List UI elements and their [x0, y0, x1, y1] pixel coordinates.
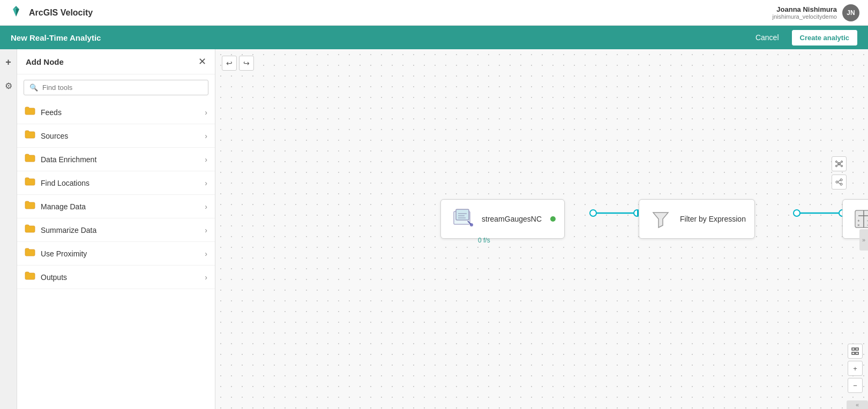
bottom-collapse-handle[interactable]: « — [847, 400, 868, 409]
nav-chevron-icon-5: › — [205, 226, 207, 234]
right-mini-toolbar — [832, 156, 847, 190]
panel-header: Add Node ✕ — [17, 49, 215, 74]
nav-list: Feeds › Sources › Data Enric — [17, 101, 215, 409]
right-collapse-handle[interactable]: » — [859, 229, 868, 251]
nav-item-label-2: Data Enrichment — [41, 155, 96, 164]
source-node-icon — [450, 206, 475, 232]
nav-chevron-icon-7: › — [205, 273, 207, 282]
nav-item-folder-icon-3 — [25, 177, 35, 189]
canvas-area: ↩ ↪ — [215, 49, 868, 409]
nav-item-folder-icon-1 — [25, 130, 35, 142]
source-node-label: streamGaugesNC — [482, 215, 542, 223]
nav-item-feeds[interactable]: Feeds › — [17, 101, 215, 124]
nav-item-left-5: Summarize Data — [25, 224, 96, 236]
filter-node[interactable]: Filter by Expression — [639, 199, 755, 239]
source-node[interactable]: streamGaugesNC — [440, 199, 565, 239]
svg-point-1 — [590, 210, 596, 216]
filter-node-label: Filter by Expression — [680, 215, 746, 223]
nav-item-label-0: Feeds — [41, 108, 62, 117]
svg-point-32 — [840, 179, 842, 181]
nav-item-folder-icon-6 — [25, 247, 35, 260]
nav-left: ArcGIS Velocity — [9, 4, 93, 22]
nav-item-folder-icon-5 — [25, 224, 35, 236]
nav-item-label-6: Use Proximity — [41, 249, 87, 258]
main-layout: + ⚙ Add Node ✕ 🔍 Feeds › — [0, 49, 868, 409]
svg-rect-10 — [456, 209, 469, 220]
svg-text:×: × — [857, 223, 860, 228]
svg-point-25 — [841, 161, 843, 163]
nav-chevron-icon-4: › — [205, 202, 207, 211]
add-node-icon[interactable]: + — [3, 55, 13, 70]
calc-node-icon: + − × ÷ — [851, 206, 868, 232]
cancel-button[interactable]: Cancel — [749, 30, 785, 45]
nav-item-sources[interactable]: Sources › — [17, 124, 215, 148]
svg-line-29 — [840, 162, 841, 163]
filter-node-icon — [648, 206, 674, 232]
svg-point-26 — [836, 165, 837, 167]
nav-item-left-0: Feeds — [25, 106, 62, 118]
svg-line-28 — [837, 162, 839, 163]
svg-line-35 — [838, 180, 840, 181]
nav-chevron-icon-1: › — [205, 132, 207, 140]
svg-rect-37 — [852, 348, 855, 350]
user-info: Joanna Nishimura jnishimura_velocitydemo — [773, 5, 837, 20]
svg-point-27 — [841, 165, 843, 167]
nav-item-left-1: Sources — [25, 130, 68, 142]
app-title: ArcGIS Velocity — [29, 8, 93, 18]
create-analytic-button[interactable]: Create analytic — [792, 30, 858, 46]
undo-button[interactable]: ↩ — [222, 56, 237, 71]
sub-header-actions: Cancel Create analytic — [749, 30, 857, 46]
nav-item-manage-data[interactable]: Manage Data › — [17, 195, 215, 218]
svg-point-24 — [836, 161, 837, 163]
nav-item-find-locations[interactable]: Find Locations › — [17, 171, 215, 195]
nav-item-use-proximity[interactable]: Use Proximity › — [17, 242, 215, 266]
canvas-toolbar: ↩ ↪ — [222, 56, 254, 71]
nav-item-folder-icon-7 — [25, 271, 35, 283]
nav-item-label-7: Outputs — [41, 273, 67, 282]
nav-item-folder-icon-4 — [25, 200, 35, 213]
nav-item-left-4: Manage Data — [25, 200, 86, 213]
nav-chevron-icon-2: › — [205, 155, 207, 164]
svg-point-23 — [838, 163, 840, 165]
svg-point-14 — [470, 223, 473, 226]
svg-rect-40 — [856, 352, 858, 354]
nav-item-data-enrichment[interactable]: Data Enrichment › — [17, 148, 215, 171]
redo-button[interactable]: ↪ — [239, 56, 254, 71]
close-panel-button[interactable]: ✕ — [198, 56, 206, 67]
svg-point-33 — [836, 181, 838, 183]
nav-item-label-3: Find Locations — [41, 179, 89, 187]
share-button[interactable] — [832, 175, 847, 190]
svg-rect-39 — [852, 352, 855, 354]
search-box: 🔍 — [24, 80, 208, 95]
nav-item-label-1: Sources — [41, 132, 68, 140]
sub-header: New Real-Time Analytic Cancel Create ana… — [0, 26, 868, 49]
user-avatar[interactable]: JN — [842, 4, 859, 21]
svg-line-31 — [840, 165, 841, 166]
gear-icon[interactable]: ⚙ — [3, 79, 14, 93]
fit-view-button[interactable] — [848, 344, 863, 359]
app-logo-icon — [9, 4, 24, 22]
nav-right: Joanna Nishimura jnishimura_velocitydemo… — [773, 4, 859, 21]
nav-item-folder-icon-0 — [25, 106, 35, 118]
top-nav: ArcGIS Velocity Joanna Nishimura jnishim… — [0, 0, 868, 26]
svg-point-34 — [840, 183, 842, 185]
user-name: Joanna Nishimura — [773, 5, 837, 13]
nav-item-summarize-data[interactable]: Summarize Data › — [17, 218, 215, 242]
nav-item-folder-icon-2 — [25, 153, 35, 165]
source-rate: 0 f/s — [478, 237, 490, 244]
source-status-dot — [550, 216, 556, 222]
svg-line-30 — [837, 165, 839, 166]
search-input[interactable] — [42, 84, 203, 92]
nav-item-outputs[interactable]: Outputs › — [17, 266, 215, 289]
node-network-button[interactable] — [832, 156, 847, 171]
nav-chevron-icon-3: › — [205, 179, 207, 187]
svg-line-36 — [838, 183, 840, 184]
nav-chevron-icon-6: › — [205, 249, 207, 258]
zoom-out-button[interactable]: − — [848, 378, 863, 393]
search-icon: 🔍 — [29, 84, 38, 92]
zoom-in-button[interactable]: + — [848, 361, 863, 376]
nav-item-left-2: Data Enrichment — [25, 153, 96, 165]
svg-marker-15 — [653, 213, 668, 228]
left-panel: Add Node ✕ 🔍 Feeds › — [17, 49, 215, 409]
nav-item-label-4: Manage Data — [41, 202, 86, 211]
